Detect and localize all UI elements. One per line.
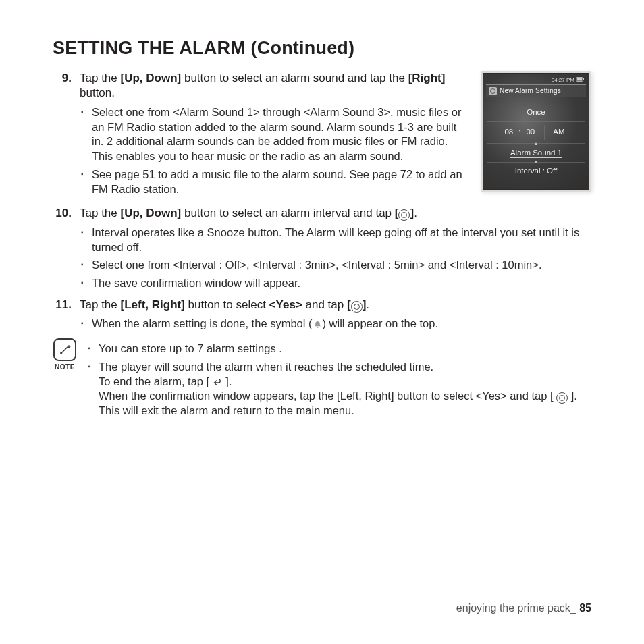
- step-lead: Tap the [Up, Down] button to select an a…: [80, 72, 445, 99]
- svg-rect-1: [577, 78, 582, 80]
- device-minute: 00: [520, 125, 540, 139]
- device-ampm: AM: [544, 125, 572, 139]
- device-status-time: 04:27 PM: [552, 77, 574, 84]
- page-footer: enjoying the prime pack_ 85: [456, 602, 591, 614]
- page-number: 85: [579, 602, 591, 614]
- step-lead: Tap the [Left, Right] button to select <…: [80, 298, 591, 313]
- battery-icon: [576, 77, 585, 84]
- bell-icon: [313, 319, 323, 329]
- step-bullet: Select one from <Alarm Sound 1> through …: [80, 105, 468, 164]
- note-bullet: The player will sound the alarm when it …: [86, 360, 591, 419]
- step-number: 10.: [53, 206, 72, 221]
- step-11: 11. Tap the [Left, Right] button to sele…: [53, 298, 591, 331]
- select-button-icon: [556, 392, 568, 404]
- step-bullet: See page 51 to add a music file to the a…: [80, 167, 468, 197]
- footer-section: enjoying the prime pack_: [456, 602, 576, 614]
- svg-rect-2: [583, 78, 585, 80]
- step-number: 11.: [53, 298, 72, 313]
- step-9: 9. Tap the [Up, Down] button to select a…: [53, 71, 591, 203]
- device-repeat: Once: [487, 104, 585, 122]
- device-hour: 08: [499, 125, 518, 139]
- device-title: New Alarm Settings: [500, 86, 561, 95]
- step-bullet: Interval operates like a Snooze button. …: [80, 225, 591, 255]
- step-bullet: When the alarm setting is done, the symb…: [80, 317, 591, 331]
- step-10: 10. Tap the [Up, Down] button to select …: [53, 206, 591, 291]
- device-screenshot: 04:27 PM New Alarm Settings Once: [481, 71, 591, 192]
- back-icon: [213, 377, 223, 387]
- step-number: 9.: [53, 71, 72, 86]
- select-button-icon: [398, 209, 410, 221]
- note-label: NOTE: [53, 363, 77, 371]
- device-sound-selected: Alarm Sound 1: [487, 144, 585, 163]
- alarm-clock-icon: [489, 87, 497, 95]
- step-lead: Tap the [Up, Down] button to select an a…: [80, 206, 591, 221]
- step-bullet: The save confirmation window will appear…: [80, 276, 591, 291]
- note-icon: [53, 338, 76, 361]
- page-title: SETTING THE ALARM (Continued): [53, 38, 591, 59]
- note-bullet: You can store up to 7 alarm settings .: [86, 342, 591, 356]
- step-bullet: Select one from <Interval : Off>, <Inter…: [80, 258, 591, 273]
- note-block: NOTE You can store up to 7 alarm setting…: [53, 338, 591, 425]
- select-button-icon: [351, 301, 363, 313]
